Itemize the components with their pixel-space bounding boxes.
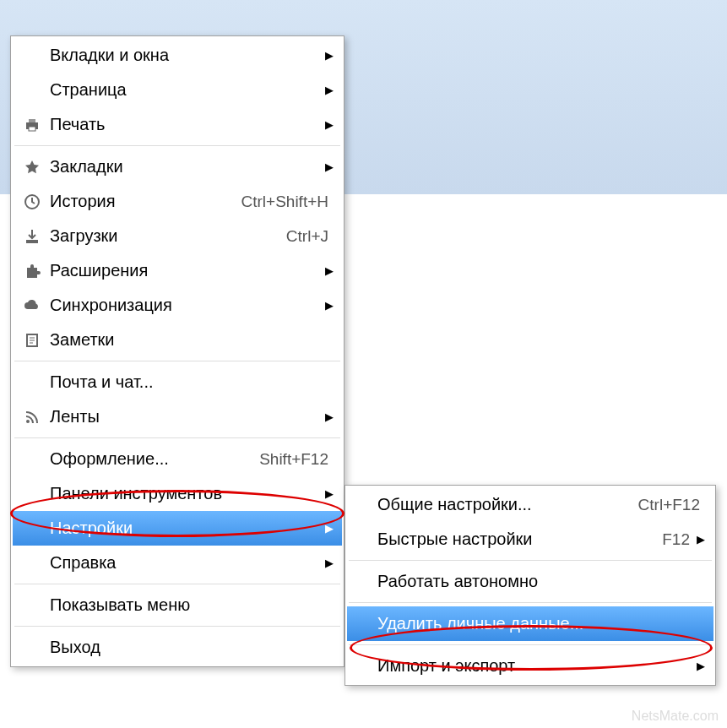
chevron-right-icon: ▶: [325, 49, 335, 62]
menu-label: Справка: [50, 553, 325, 573]
watermark: NetsMate.com: [632, 709, 719, 724]
menu-settings[interactable]: Настройки ▶: [13, 511, 342, 546]
submenu-general[interactable]: Общие настройки... Ctrl+F12: [347, 487, 713, 522]
star-icon: [23, 158, 41, 177]
menu-label: Быстрые настройки: [377, 530, 662, 549]
menu-shortcut: Ctrl+F12: [638, 496, 700, 514]
chevron-right-icon: ▶: [697, 533, 707, 546]
opera-main-menu: Вкладки и окна ▶ Страница ▶ Печать ▶ Зак…: [10, 35, 345, 667]
chevron-right-icon: ▶: [325, 264, 335, 277]
note-icon: [23, 331, 41, 350]
menu-separator: [349, 602, 712, 603]
submenu-quick[interactable]: Быстрые настройки F12 ▶: [347, 522, 713, 557]
menu-appearance[interactable]: Оформление... Shift+F12: [13, 442, 342, 476]
menu-separator: [14, 626, 340, 627]
menu-show-menu[interactable]: Показывать меню: [13, 588, 342, 622]
chevron-right-icon: ▶: [697, 660, 707, 672]
menu-label: История: [50, 192, 241, 211]
menu-separator: [349, 644, 712, 645]
chevron-right-icon: ▶: [325, 84, 335, 96]
menu-label: Общие настройки...: [377, 495, 638, 514]
download-icon: [23, 227, 41, 246]
chevron-right-icon: ▶: [325, 160, 335, 173]
chevron-right-icon: ▶: [325, 557, 335, 569]
menu-tabs-windows[interactable]: Вкладки и окна ▶: [13, 38, 342, 73]
submenu-delete-private[interactable]: Удалить личные данные...: [347, 606, 713, 641]
menu-label: Показывать меню: [50, 595, 335, 615]
submenu-import-export[interactable]: Импорт и экспорт ▶: [347, 649, 713, 683]
menu-label: Оформление...: [50, 449, 259, 469]
clock-icon: [23, 193, 41, 211]
chevron-right-icon: ▶: [325, 410, 335, 423]
menu-shortcut: Shift+F12: [259, 450, 328, 469]
settings-submenu: Общие настройки... Ctrl+F12 Быстрые наст…: [345, 485, 716, 686]
menu-extensions[interactable]: Расширения ▶: [13, 253, 342, 288]
menu-separator: [14, 437, 340, 438]
menu-separator: [14, 584, 340, 584]
menu-exit[interactable]: Выход: [13, 630, 342, 665]
menu-notes[interactable]: Заметки: [13, 323, 342, 357]
menu-downloads[interactable]: Загрузки Ctrl+J: [13, 219, 342, 253]
menu-label: Страница: [50, 80, 325, 100]
menu-sync[interactable]: Синхронизация ▶: [13, 288, 342, 323]
svg-point-6: [26, 420, 30, 423]
printer-icon: [23, 116, 41, 134]
svg-rect-4: [26, 240, 38, 243]
menu-shortcut: Ctrl+Shift+H: [241, 193, 328, 211]
menu-separator: [349, 560, 712, 561]
puzzle-icon: [23, 262, 41, 280]
menu-label: Импорт и экспорт: [377, 656, 697, 676]
menu-label: Работать автономно: [377, 572, 707, 591]
menu-shortcut: Ctrl+J: [286, 227, 328, 246]
svg-rect-1: [29, 119, 35, 122]
menu-label: Выход: [50, 638, 335, 657]
menu-label: Панели инструментов: [50, 484, 325, 503]
menu-label: Загрузки: [50, 226, 286, 246]
menu-label: Настройки: [50, 519, 325, 538]
chevron-right-icon: ▶: [325, 299, 335, 312]
svg-rect-2: [29, 127, 35, 131]
menu-label: Закладки: [50, 157, 325, 177]
chevron-right-icon: ▶: [325, 487, 335, 500]
menu-label: Удалить личные данные...: [377, 614, 707, 633]
menu-separator: [14, 361, 340, 361]
menu-feeds[interactable]: Ленты ▶: [13, 399, 342, 434]
menu-shortcut: F12: [662, 530, 690, 549]
menu-bookmarks[interactable]: Закладки ▶: [13, 149, 342, 184]
menu-label: Расширения: [50, 261, 325, 280]
cloud-icon: [23, 296, 41, 315]
submenu-offline[interactable]: Работать автономно: [347, 564, 713, 599]
menu-mail-chat[interactable]: Почта и чат...: [13, 365, 342, 399]
menu-separator: [14, 145, 340, 146]
menu-page[interactable]: Страница ▶: [13, 73, 342, 107]
menu-label: Почта и чат...: [50, 372, 335, 392]
chevron-right-icon: ▶: [325, 118, 335, 131]
menu-label: Вкладки и окна: [50, 46, 325, 65]
rss-icon: [23, 408, 41, 426]
menu-toolbars[interactable]: Панели инструментов ▶: [13, 476, 342, 511]
menu-print[interactable]: Печать ▶: [13, 107, 342, 142]
menu-help[interactable]: Справка ▶: [13, 546, 342, 580]
menu-label: Ленты: [50, 407, 325, 426]
menu-label: Печать: [50, 115, 325, 134]
menu-label: Синхронизация: [50, 296, 325, 315]
chevron-right-icon: ▶: [325, 522, 335, 535]
menu-history[interactable]: История Ctrl+Shift+H: [13, 184, 342, 219]
menu-label: Заметки: [50, 330, 335, 350]
